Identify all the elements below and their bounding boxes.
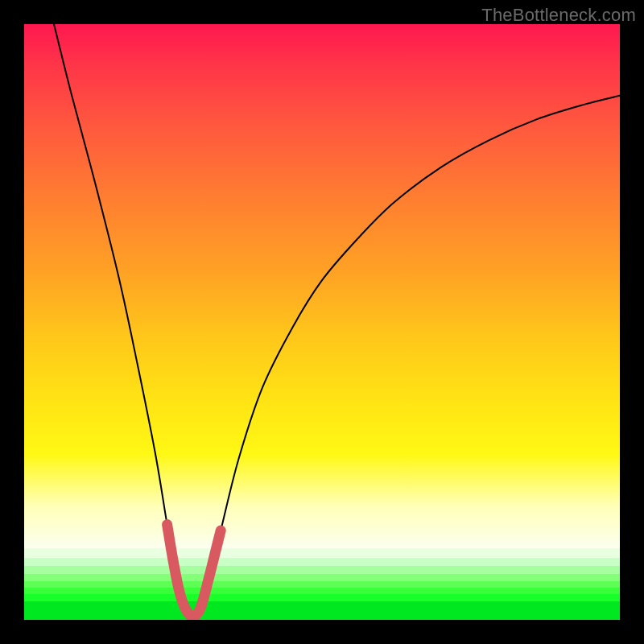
- highlight-segment: [167, 525, 221, 617]
- watermark-text: TheBottleneck.com: [481, 5, 636, 26]
- chart-frame: TheBottleneck.com: [0, 0, 644, 644]
- bottleneck-curve: [54, 24, 620, 617]
- plot-area: [24, 24, 620, 620]
- curve-svg: [24, 24, 620, 620]
